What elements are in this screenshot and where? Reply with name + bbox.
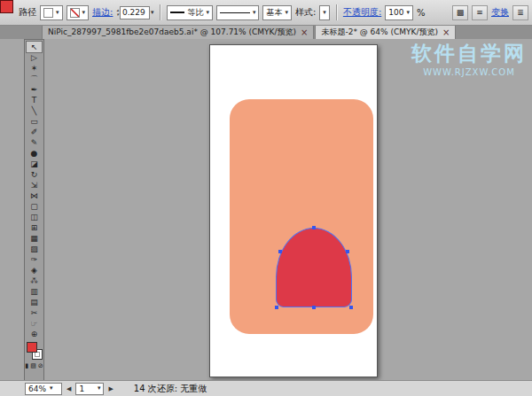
tools-list: ↖▷✶⌒✒T╲▭✐✎●◪↻⇲⋈▢◫⊞▦▨✑◈⁂▥▤✂☞⊕ [27,42,42,339]
column-graph-tool[interactable]: ▥ [27,286,42,297]
pen-tool[interactable]: ✒ [27,84,42,95]
canvas-area[interactable]: 软件自学网 WWW.RJZXW.COM [0,39,532,381]
watermark-url: WWW.RJZXW.COM [411,67,527,77]
stroke-weight-stepper[interactable]: ▴ ▾ 0.229 ▾ [116,6,153,19]
width-tool[interactable]: ⋈ [27,190,42,201]
watermark-title: 软件自学网 [411,39,527,67]
panel-menu-icon[interactable]: ≣ [512,5,528,20]
opacity-value: 100 [388,8,403,17]
rotate-tool[interactable]: ↻ [27,169,42,180]
brush-definition-dropdown[interactable]: 基本 ▾ [262,5,292,20]
anchor-point-shoulder-left[interactable] [278,250,282,253]
style-dropdown[interactable]: ▾ [319,5,330,20]
recolor-artwork-icon[interactable]: ▩ [452,5,468,20]
opacity-link[interactable]: 不透明度: [343,6,381,19]
direct-selection-tool[interactable]: ▷ [27,52,42,63]
zoom-tool[interactable]: ⊕ [27,329,42,339]
brush-name: 基本 [266,7,282,19]
gradient-mode-button[interactable]: ▨ [30,362,36,369]
close-icon[interactable]: × [442,28,450,37]
type-tool[interactable]: T [27,95,42,105]
percent-label: % [417,8,426,18]
scale-tool[interactable]: ⇲ [27,180,42,190]
mesh-tool[interactable]: ▦ [27,233,42,244]
pencil-tool[interactable]: ✎ [27,137,42,148]
artboard-number: 1 [79,384,84,393]
eraser-tool[interactable]: ◪ [27,159,42,169]
stroke-weight-value[interactable]: 0.229 [120,6,150,19]
tab-label: NiPic_287997_5981fbe2e07daeb5.ai* @ 107.… [48,27,296,38]
prev-artboard-button[interactable]: ◀ [65,385,73,392]
transform-link[interactable]: 变换 [491,6,509,19]
watermark: 软件自学网 WWW.RJZXW.COM [411,39,527,77]
paintbrush-tool[interactable]: ✐ [27,127,42,137]
separator [336,4,337,20]
anchor-point-shoulder-right[interactable] [346,250,349,253]
artboard[interactable] [209,44,378,377]
style-label: 样式: [295,6,316,19]
chevron-down-icon: ▾ [406,10,410,16]
paint-mode-buttons: ▮ ▨ ⊘ [25,362,43,369]
rectangle-tool[interactable]: ▭ [27,116,42,127]
anchor-point-bottom-center[interactable] [312,306,316,309]
anchor-point-bottom-right[interactable] [349,306,353,309]
selection-type-label: 路径 [19,6,36,19]
fill-color-dropdown[interactable]: ▾ [40,5,63,20]
magic-wand-tool[interactable]: ✶ [27,63,42,74]
slice-tool[interactable]: ✂ [27,307,42,318]
shape-builder-tool[interactable]: ◫ [27,212,42,222]
tools-panel: ↖▷✶⌒✒T╲▭✐✎●◪↻⇲⋈▢◫⊞▦▨✑◈⁂▥▤✂☞⊕ ▮ ▨ ⊘ [24,39,44,381]
control-bar: 路径 ▾ ▾ 描边: ▴ ▾ 0.229 ▾ 等比 ▾ ▾ [0,0,532,26]
zoom-level-select[interactable]: 64% ▾ [25,383,62,395]
color-mode-button[interactable]: ▮ [25,362,28,369]
chevron-down-icon: ▾ [285,10,288,16]
align-panel-icon[interactable]: ≡ [472,5,488,20]
tab-label: 未标题-2* @ 64% (CMYK/预览) [321,27,438,38]
gradient-tool[interactable]: ▨ [27,244,42,254]
eyedropper-tool[interactable]: ✑ [27,254,42,265]
status-bar: 64% ▾ ◀ 1 ▾ ▶ 14 次还原: 无重做 [0,380,532,396]
hand-tool[interactable]: ☞ [27,318,42,329]
chevron-down-icon: ▾ [50,385,53,392]
fill-color-proxy[interactable] [0,0,13,13]
illustrator-window: 路径 ▾ ▾ 描边: ▴ ▾ 0.229 ▾ 等比 ▾ ▾ [0,0,532,396]
document-tab-untitled2[interactable]: 未标题-2* @ 64% (CMYK/预览) × [315,25,456,39]
fill-color-swatch[interactable] [27,342,37,353]
separator [160,4,160,20]
fill-stroke-control[interactable] [27,342,43,360]
symbol-sprayer-tool[interactable]: ⁂ [27,276,42,286]
close-icon[interactable]: × [301,28,308,37]
chevron-down-icon: ▾ [82,10,86,16]
free-transform-tool[interactable]: ▢ [27,201,42,212]
next-artboard-button[interactable]: ▶ [106,385,114,392]
width-profile-name: 等比 [187,7,203,19]
zoom-value: 64% [28,384,46,393]
anchor-point-top[interactable] [312,226,316,229]
stroke-style-dropdown[interactable]: ▾ [216,5,260,20]
solid-line-preview [220,12,250,13]
selection-tool[interactable]: ↖ [27,42,42,52]
uniform-profile-preview [170,12,184,13]
stroke-panel-link[interactable]: 描边: [92,6,113,19]
document-tab-nipic[interactable]: NiPic_287997_5981fbe2e07daeb5.ai* @ 107.… [42,25,314,39]
spinner-icon[interactable]: ▴ ▾ [116,8,119,17]
artboard-number-field[interactable]: 1 ▾ [75,383,104,395]
artboard-tool[interactable]: ▤ [27,297,42,307]
chevron-down-icon: ▾ [98,385,101,392]
chevron-down-icon: ▾ [206,10,209,16]
fill-swatch-icon [43,8,53,18]
chevron-down-icon[interactable]: ▾ [151,10,154,16]
anchor-point-bottom-left[interactable] [275,306,278,309]
width-profile-dropdown[interactable]: 等比 ▾ [167,5,213,20]
lasso-tool[interactable]: ⌒ [27,74,42,84]
none-mode-button[interactable]: ⊘ [38,362,43,369]
line-segment-tool[interactable]: ╲ [27,105,42,116]
blob-brush-tool[interactable]: ● [27,148,42,159]
chevron-down-icon: ▾ [56,10,59,16]
stroke-color-dropdown[interactable]: ▾ [66,5,90,20]
spinner-down-icon[interactable]: ▾ [116,12,119,17]
stroke-swatch-icon [70,8,80,18]
opacity-value-dropdown[interactable]: 100 ▾ [385,5,413,20]
perspective-grid-tool[interactable]: ⊞ [27,222,42,233]
blend-tool[interactable]: ◈ [27,265,42,276]
